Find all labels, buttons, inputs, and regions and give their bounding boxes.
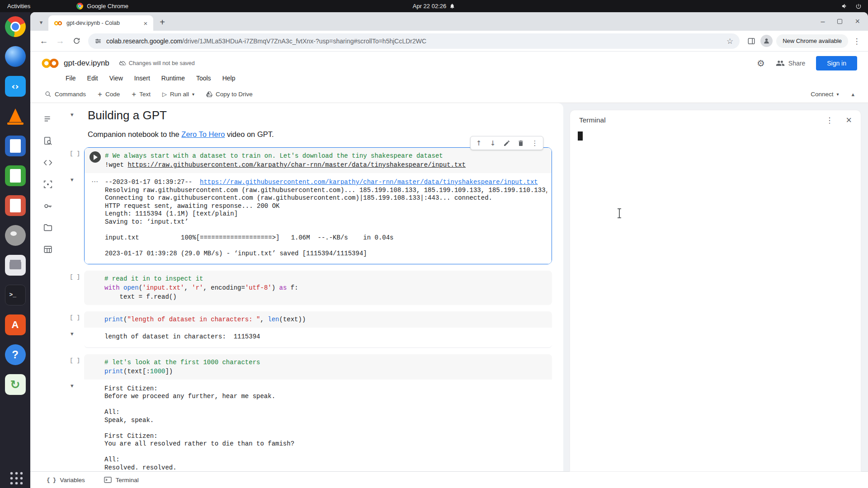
package-dock-icon[interactable]	[5, 374, 26, 395]
add-text-button[interactable]: +Text	[128, 89, 154, 100]
execution-count[interactable]: [ ]	[65, 271, 84, 280]
window-controls: – ×	[821, 12, 860, 31]
terminal-icon	[104, 477, 112, 483]
play-icon: ▷	[162, 91, 167, 98]
run-all-button[interactable]: ▷Run all▾	[159, 89, 198, 99]
bookmark-star-icon[interactable]: ☆	[726, 37, 733, 46]
variables-button[interactable]: { } Variables	[47, 477, 85, 483]
site-settings-icon[interactable]	[94, 38, 102, 45]
reload-button[interactable]	[69, 34, 84, 48]
code-editor[interactable]: print("length of dataset in characters: …	[84, 311, 552, 328]
table-grid-icon[interactable]	[42, 244, 53, 255]
back-button[interactable]: ←	[37, 34, 51, 48]
blue-sphere-dock-icon[interactable]	[5, 46, 26, 67]
delete-cell-button[interactable]	[517, 139, 525, 147]
menu-tools[interactable]: Tools	[196, 75, 211, 82]
calc-dock-icon[interactable]	[5, 165, 26, 186]
notebook-toolbar: Commands +Code +Text ▷Run all▾ Copy to D…	[30, 86, 868, 103]
terminal-menu-icon[interactable]: ⋮	[826, 116, 833, 125]
url-text: colab.research.google.com/drive/1JMLa53H…	[106, 38, 722, 45]
notebook-filename[interactable]: gpt-dev.ipynb	[64, 59, 109, 68]
side-panel-icon[interactable]	[744, 34, 759, 48]
terminal-close-button[interactable]: ×	[846, 115, 852, 125]
variable-inspector-icon[interactable]	[42, 179, 53, 190]
execution-count[interactable]: [ ]	[65, 147, 84, 157]
copy-to-drive-button[interactable]: Copy to Drive	[203, 89, 256, 99]
show-applications-button[interactable]	[8, 470, 23, 484]
terminal-dock-icon[interactable]	[5, 285, 26, 305]
colab-app: gpt-dev.ipynb Changes will not be saved …	[30, 52, 868, 488]
new-tab-button[interactable]: +	[156, 16, 169, 28]
connect-button[interactable]: Connect▾	[807, 89, 842, 99]
output-line: 2023-01-17 01:39:28 (29.0 MB/s) - ‘input…	[105, 250, 547, 258]
left-icon-strip	[30, 103, 65, 471]
minimize-button[interactable]: –	[821, 18, 825, 26]
terminal-footer-button[interactable]: Terminal	[104, 477, 139, 483]
move-cell-up-button[interactable]: ↑	[475, 139, 483, 147]
code-editor[interactable]: # read it in to inspect itwith open('inp…	[84, 271, 552, 305]
clock[interactable]: Apr 22 02:26	[413, 3, 455, 9]
profile-avatar[interactable]	[760, 35, 773, 47]
sign-in-button[interactable]: Sign in	[816, 56, 857, 70]
code-editor[interactable]: # We always start with a dataset to trai…	[85, 148, 552, 173]
edit-cell-button[interactable]	[503, 139, 511, 147]
add-code-button[interactable]: +Code	[94, 89, 123, 100]
collapse-output-button[interactable]: ▾	[71, 176, 74, 183]
dock	[0, 12, 30, 488]
tab-close-button[interactable]: ×	[142, 19, 150, 27]
cell-gutter: [ ]▾	[65, 147, 84, 264]
code-editor[interactable]: # let's look at the first 1000 character…	[84, 354, 552, 380]
files-folder-icon[interactable]	[42, 222, 53, 233]
run-cell-button[interactable]	[90, 151, 101, 163]
software-dock-icon[interactable]	[5, 314, 26, 335]
menu-edit[interactable]: Edit	[87, 75, 98, 82]
move-cell-down-button[interactable]: ↓	[489, 139, 497, 147]
gimp-dock-icon[interactable]	[5, 225, 26, 246]
share-button[interactable]: Share	[776, 59, 805, 68]
system-tray[interactable]	[841, 3, 868, 9]
forward-button[interactable]: →	[53, 34, 67, 48]
execution-count[interactable]: [ ]	[65, 354, 84, 364]
writer-dock-icon[interactable]	[5, 136, 26, 156]
chrome-update-button[interactable]: New Chrome available	[776, 34, 848, 48]
address-bar[interactable]: colab.research.google.com/drive/1JMLa53H…	[88, 33, 740, 49]
colab-logo-icon[interactable]	[41, 57, 59, 69]
files-dock-icon[interactable]	[5, 255, 26, 276]
cell-more-options-button[interactable]: ⋮	[531, 139, 539, 147]
close-button[interactable]: ×	[855, 17, 860, 26]
colab-favicon-icon	[54, 20, 62, 26]
code-snippets-icon[interactable]	[42, 157, 53, 168]
browser-menu-icon[interactable]: ⋮	[852, 37, 862, 46]
zero-to-hero-link[interactable]: Zero To Hero	[181, 130, 225, 138]
vlc-dock-icon[interactable]	[5, 106, 26, 127]
commands-button[interactable]: Commands	[41, 89, 90, 99]
chrome-dock-icon[interactable]	[5, 16, 26, 37]
find-replace-icon[interactable]	[42, 136, 53, 146]
menu-file[interactable]: File	[66, 75, 76, 82]
table-of-contents-icon[interactable]	[42, 114, 53, 125]
settings-gear-icon[interactable]: ⚙	[757, 58, 765, 69]
menu-insert[interactable]: Insert	[134, 75, 150, 82]
notebook-heading: Building a GPT	[88, 108, 167, 123]
notebook-workspace: ▾ Building a GPT Companion notebook to t…	[30, 103, 868, 471]
tab-search-chevron-icon[interactable]: ▾	[35, 16, 47, 28]
menu-view[interactable]: View	[109, 75, 123, 82]
activities-button[interactable]: Activities	[0, 3, 38, 9]
collapse-header-button[interactable]: ▴	[847, 89, 859, 99]
maximize-button[interactable]	[837, 19, 842, 24]
collapse-output-button[interactable]: ▾	[71, 382, 74, 389]
output-options-icon[interactable]: ⋯	[91, 178, 98, 186]
collapse-output-button[interactable]: ▾	[71, 330, 74, 337]
save-disabled-icon	[119, 60, 126, 67]
terminal-screen[interactable]	[570, 130, 861, 471]
vscode-dock-icon[interactable]	[5, 76, 26, 97]
browser-tab[interactable]: gpt-dev.ipynb - Colab ×	[48, 15, 153, 31]
menubar: File Edit View Insert Runtime Tools Help	[30, 71, 868, 86]
section-collapse-icon[interactable]: ▾	[71, 111, 74, 118]
execution-count[interactable]: [ ]	[65, 311, 84, 321]
menu-help[interactable]: Help	[222, 75, 236, 82]
menu-runtime[interactable]: Runtime	[161, 75, 185, 82]
secrets-key-icon[interactable]	[42, 201, 53, 211]
impress-dock-icon[interactable]	[5, 195, 26, 216]
help-dock-icon[interactable]	[5, 344, 26, 365]
